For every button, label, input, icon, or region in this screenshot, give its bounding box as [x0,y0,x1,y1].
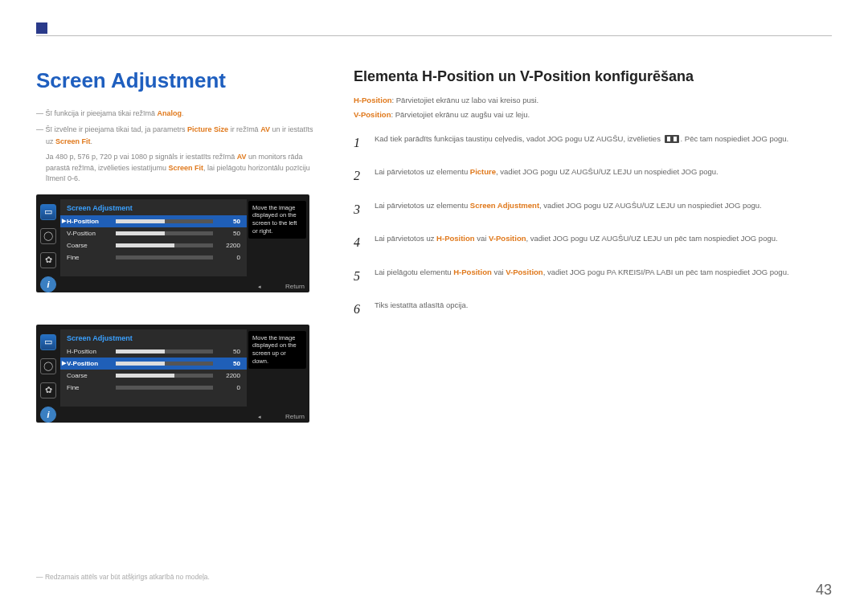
disclaimer: Redzamais attēls var būt atšķirīgs atkar… [36,573,210,581]
left-column: Screen Adjustment Šī funkcija ir pieejam… [36,68,321,423]
step-6: 6 Tiks iestatīta atlasītā opcija. [354,299,832,320]
kw-screen-fit2: Screen Fit [169,164,204,172]
osd-footer: ◂Return [258,413,305,420]
circle-icon: ◯ [40,358,56,374]
desc-hpos: H-Position: Pārvietojiet ekrānu uz labo … [354,95,832,106]
step-1: 1 Kad tiek parādīts funkcijas taustiņu c… [354,133,832,153]
osd-footer: ◂Return [258,283,305,290]
page-number: 43 [816,582,832,599]
osd-row-fine: Fine 0 [60,382,247,394]
osd-header: Screen Adjustment [60,334,247,345]
menu-icon [665,135,679,143]
osd-row-fine: Fine 0 [60,251,247,264]
monitor-icon: ▭ [40,334,56,350]
osd-sidebar: ▭ ◯ ✿ i [36,329,60,423]
kw-screen-fit: Screen Fit [55,137,91,145]
gear-icon: ✿ [40,382,56,398]
osd-panel: Screen Adjustment H-Position 50 V-Positi… [60,329,247,407]
note-screen-fit: Šī izvēlne ir pieejama tikai tad, ja par… [36,124,321,147]
step-3: 3 Lai pārvietotos uz elementu Screen Adj… [354,199,832,220]
osd-row-coarse: Coarse 2200 [60,370,247,382]
note-analog: Šī funkcija ir pieejama tikai režīmā Ana… [36,108,321,119]
step-2: 2 Lai pārvietotos uz elementu Picture, v… [354,166,832,186]
right-column: Elementa H-Position un V-Position konfig… [354,68,832,423]
step-5: 5 Lai pielāgotu elementu H-Position vai … [354,266,832,287]
top-rule [36,35,832,36]
gear-icon: ✿ [40,252,56,268]
kw-analog: Analog [158,109,182,117]
osd-row-vpos: V-Position 50 [60,358,247,370]
osd-panel: Screen Adjustment H-Position 50 V-Positi… [60,199,247,276]
osd-tooltip-2: Move the image displayed on the screen u… [248,331,306,369]
osd-sidebar: ▭ ◯ ✿ i [36,199,60,292]
right-title: Elementa H-Position un V-Position konfig… [354,68,832,85]
sub-note: Ja 480 p, 576 p, 720 p vai 1080 p signāl… [36,152,321,185]
osd-screenshot-2: ▭ ◯ ✿ i Screen Adjustment H-Position 50 … [36,325,309,423]
chapter-accent [36,22,47,34]
info-icon: i [40,276,56,292]
desc-vpos: V-Position: Pārvietojiet ekrānu uz augšu… [354,109,832,121]
kw-av2: AV [237,153,247,161]
osd-screenshot-1: ▭ ◯ ✿ i Screen Adjustment H-Position 50 … [36,194,309,292]
kw-picture-size: Picture Size [187,125,228,133]
section-title: Screen Adjustment [36,68,321,93]
circle-icon: ◯ [40,228,56,244]
page-layout: Screen Adjustment Šī funkcija ir pieejam… [36,68,832,423]
osd-row-hpos: H-Position 50 [60,345,247,358]
osd-row-hpos: H-Position 50 [60,215,247,227]
step-4: 4 Lai pārvietotos uz H-Position vai V-Po… [354,232,832,253]
info-icon: i [40,407,56,423]
osd-header: Screen Adjustment [60,204,247,215]
monitor-icon: ▭ [40,204,56,220]
kw-av: AV [260,125,270,133]
osd-tooltip-1: Move the image displayed on the screen t… [248,201,306,239]
osd-row-vpos: V-Position 50 [60,227,247,239]
osd-row-coarse: Coarse 2200 [60,239,247,251]
steps-list: 1 Kad tiek parādīts funkcijas taustiņu c… [354,133,832,321]
